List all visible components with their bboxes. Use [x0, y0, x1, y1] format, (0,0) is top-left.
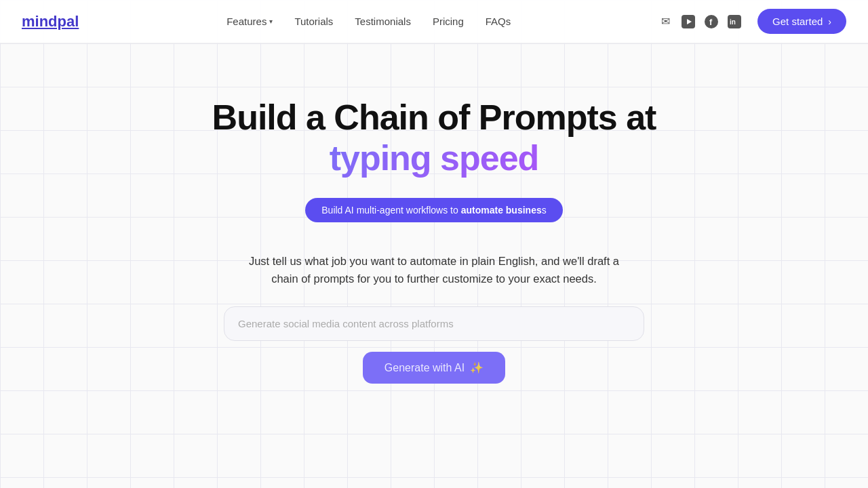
badge-pill: Build AI multi-agent workflows to automa…: [305, 198, 562, 222]
chevron-down-icon: ▾: [269, 18, 273, 25]
nav-item-faqs[interactable]: FAQs: [486, 16, 511, 27]
hero-title: Build a Chain of Prompts at typing speed: [163, 98, 705, 179]
email-icon[interactable]: ✉: [658, 15, 672, 28]
nav-links: Features ▾ Tutorials Testimonials Pricin…: [226, 16, 511, 28]
linkedin-icon[interactable]: in: [728, 15, 741, 28]
sparkle-icon: ✨: [470, 361, 484, 374]
hero-title-start: Build a Chain of Prompts at: [212, 98, 656, 137]
badge-text-bold: automate busines: [461, 205, 542, 216]
youtube-icon[interactable]: [682, 15, 695, 28]
navbar: mindpal Features ▾ Tutorials Testimonial…: [0, 0, 868, 43]
hero-title-accent: typing speed: [330, 138, 539, 178]
hero-subtitle: Just tell us what job you want to automa…: [249, 252, 619, 288]
svg-text:in: in: [730, 18, 736, 26]
generate-button[interactable]: Generate with AI ✨: [363, 352, 505, 384]
main-content: Build a Chain of Prompts at typing speed…: [0, 43, 868, 384]
logo[interactable]: mindpal: [22, 13, 79, 30]
arrow-right-icon: ›: [828, 16, 831, 27]
nav-item-tutorials[interactable]: Tutorials: [294, 16, 333, 27]
svg-text:f: f: [709, 17, 713, 27]
nav-item-pricing[interactable]: Pricing: [433, 16, 464, 27]
social-icons: ✉ f in: [658, 15, 741, 28]
search-wrapper: [224, 306, 644, 341]
nav-item-features[interactable]: Features ▾: [226, 16, 273, 27]
badge-text-start: Build AI multi-agent workflows to: [321, 205, 460, 216]
generate-label: Generate with AI: [384, 362, 465, 374]
badge-text-end: s: [542, 205, 547, 216]
get-started-button[interactable]: Get started ›: [757, 9, 846, 34]
features-label: Features: [226, 16, 267, 27]
facebook-icon[interactable]: f: [705, 15, 718, 28]
nav-item-testimonials[interactable]: Testimonials: [355, 16, 411, 27]
get-started-label: Get started: [772, 16, 823, 27]
prompt-input[interactable]: [224, 306, 644, 341]
